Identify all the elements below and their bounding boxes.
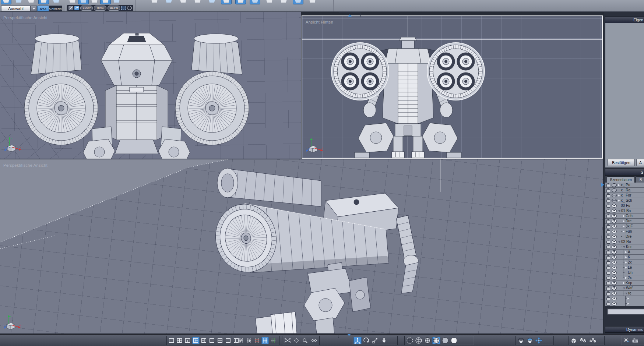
backface-bowl[interactable] (517, 337, 525, 344)
tree-row[interactable]: K (605, 255, 644, 260)
viewport-back-view[interactable]: Ansicht Hinten yxz (302, 15, 603, 159)
scale-tool[interactable] (371, 337, 379, 344)
tree-row[interactable]: Kor (605, 244, 644, 250)
lock-icon[interactable] (606, 251, 610, 254)
smooth-tool[interactable] (207, 0, 217, 4)
expand-arrow-icon[interactable] (625, 256, 627, 258)
tree-row[interactable]: 01 Ba (605, 208, 644, 213)
slide-tool[interactable] (264, 0, 275, 4)
collapse-arrow-icon[interactable] (623, 287, 625, 289)
lock-icon[interactable] (606, 241, 610, 244)
shade-wire-globe[interactable] (406, 337, 414, 344)
visibility-eye-icon[interactable] (612, 194, 617, 197)
between-select-button[interactable]: BETW (108, 6, 120, 11)
visibility-eye-icon[interactable] (612, 276, 617, 280)
vertex-normals-flower[interactable] (535, 337, 543, 344)
face-edit-tool[interactable] (89, 0, 100, 4)
pen-tool-button[interactable] (68, 6, 73, 10)
tree-row[interactable]: Dre (605, 219, 644, 224)
tree-row[interactable]: Geh (605, 213, 644, 219)
expand-arrow-icon[interactable] (623, 282, 625, 284)
layout-left-split[interactable] (192, 337, 200, 344)
lock-icon[interactable] (606, 189, 610, 192)
visibility-eye-icon[interactable] (612, 250, 617, 254)
visibility-eye-icon[interactable] (612, 302, 617, 306)
lock-icon[interactable] (606, 266, 610, 269)
viewport-perspective-bottom[interactable]: Perspektifische Ansicht yxz (0, 159, 603, 333)
cube-pair[interactable] (579, 337, 588, 344)
lock-icon[interactable] (606, 277, 610, 280)
snap-grid-draw[interactable] (237, 337, 244, 344)
cancel-button[interactable]: A (636, 159, 644, 166)
lock-icon[interactable] (606, 230, 610, 233)
extrude-inner-tool[interactable] (235, 0, 246, 4)
fit-view[interactable] (284, 337, 292, 344)
lock-icon[interactable] (606, 297, 610, 300)
shade-hidden-line[interactable] (415, 337, 423, 344)
weld-tool[interactable] (278, 0, 289, 4)
scene-tree-name-input[interactable] (607, 308, 644, 315)
mirror-tool[interactable] (293, 0, 303, 4)
collapse-arrow-icon[interactable] (618, 210, 620, 212)
visibility-eye-icon[interactable] (612, 297, 617, 300)
lock-icon[interactable] (606, 256, 610, 259)
visibility-eye-icon[interactable] (612, 266, 617, 269)
visibility-eye-icon[interactable] (612, 209, 617, 213)
vertex-tool[interactable] (149, 0, 160, 4)
lock-icon[interactable] (606, 287, 610, 290)
visibility-eye-icon[interactable] (612, 292, 617, 295)
curve-tool-button[interactable] (74, 6, 79, 10)
expand-arrow-icon[interactable] (625, 251, 627, 253)
visibility-eye-icon[interactable] (612, 188, 617, 192)
selection-mode-dropdown[interactable]: Auswahl (1, 6, 31, 11)
expand-arrow-icon[interactable] (623, 225, 625, 227)
loop-select-button[interactable]: LOOP (80, 6, 93, 11)
tab-szenenbaum[interactable]: Szenenbaum (607, 176, 635, 183)
panel-drag-handle[interactable] (606, 170, 609, 174)
layout-top-split[interactable] (184, 337, 191, 344)
cube-single[interactable] (570, 337, 578, 344)
ring-select-button[interactable]: RING (94, 6, 106, 11)
lock-icon[interactable] (606, 272, 610, 275)
lock-icon[interactable] (606, 210, 610, 213)
shade-solid-outline[interactable] (432, 337, 440, 344)
expand-arrow-icon[interactable] (627, 303, 629, 305)
lock-icon[interactable] (606, 194, 610, 197)
visibility-eye-icon[interactable] (612, 183, 617, 187)
tree-row[interactable] (605, 301, 644, 306)
render-sparkle[interactable] (622, 337, 630, 344)
camera-mode-button[interactable]: CAMERA (49, 6, 62, 11)
axis-mode-button[interactable]: XYZ (37, 6, 49, 11)
visibility-eye-icon[interactable] (612, 240, 617, 244)
lock-icon[interactable] (606, 184, 610, 187)
lock-icon[interactable] (606, 215, 610, 218)
visibility-eye-icon[interactable] (612, 286, 617, 290)
lock-icon[interactable] (606, 200, 610, 202)
grid-xz[interactable] (253, 337, 261, 344)
drop-tool[interactable] (380, 337, 388, 344)
lock-icon[interactable] (606, 246, 610, 249)
grid-xy[interactable] (261, 337, 269, 344)
dropdown-arrow-button[interactable] (31, 6, 37, 11)
visibility-eye-icon[interactable] (612, 214, 617, 218)
visibility-eye-icon[interactable] (612, 271, 617, 275)
expand-arrow-icon[interactable] (623, 230, 625, 233)
lock-icon[interactable] (606, 292, 610, 295)
lock-icon[interactable] (606, 261, 610, 264)
face-inset-tool[interactable] (192, 0, 203, 4)
rotate-tool[interactable] (362, 337, 370, 344)
tree-row[interactable]: re (605, 291, 644, 296)
backface-bowl-top[interactable] (526, 337, 534, 344)
expand-arrow-icon[interactable] (625, 277, 627, 279)
expand-arrow-icon[interactable] (623, 220, 625, 222)
tree-row[interactable]: 2x (605, 260, 644, 265)
tab-secondary[interactable]: B (636, 176, 644, 183)
tree-row[interactable]: x_ Pu (605, 183, 644, 188)
tree-row[interactable]: Un (605, 270, 644, 275)
soft-select-tool[interactable] (100, 0, 111, 4)
expand-arrow-icon[interactable] (618, 194, 620, 197)
tree-row[interactable]: 02 Ro (605, 239, 644, 244)
edge-edit-tool[interactable] (78, 0, 89, 4)
viewport-perspective-top[interactable]: Perspektifische Ansicht yxz (0, 12, 301, 159)
collapse-arrow-icon[interactable] (625, 293, 627, 294)
